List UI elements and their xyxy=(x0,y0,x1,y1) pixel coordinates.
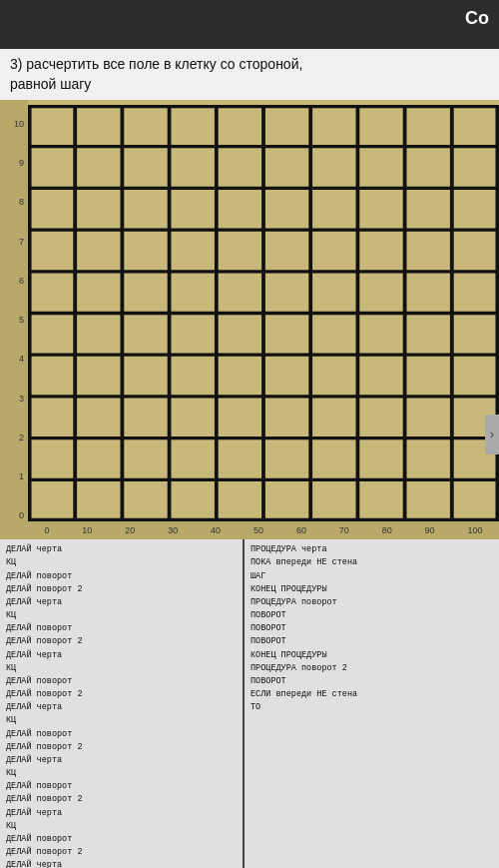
x-ruler-label: 20 xyxy=(125,525,135,535)
code-line: ПОВОРОТ xyxy=(250,622,493,635)
y-ruler-label: 9 xyxy=(19,158,26,168)
y-ruler-label: 0 xyxy=(19,510,26,520)
y-ruler-label: 1 xyxy=(19,471,26,481)
top-bar: Co xyxy=(0,0,499,49)
code-line: ДЕЛАЙ черта xyxy=(6,543,237,556)
y-ruler-label: 2 xyxy=(19,433,26,442)
code-line: ЕСЛИ впереди НЕ стена xyxy=(250,688,493,701)
y-ruler-label: 5 xyxy=(19,315,26,325)
code-line: ДЕЛАЙ поворот 2 xyxy=(6,793,237,806)
code-line: ДЕЛАЙ черта xyxy=(6,596,237,609)
code-line: ДЕЛАЙ черта xyxy=(6,754,237,767)
code-line: ДЕЛАЙ поворот 2 xyxy=(6,846,237,859)
right-arrow-button[interactable]: › xyxy=(485,415,499,454)
code-line: ПОВОРОТ xyxy=(250,609,493,622)
instruction-text: 3) расчертить все поле в клетку со сторо… xyxy=(10,56,302,92)
code-line: ДЕЛАЙ поворот xyxy=(6,780,237,793)
grid-svg xyxy=(28,105,499,521)
code-area: ДЕЛАЙ чертаКЦДЕЛАЙ поворотДЕЛАЙ поворот … xyxy=(0,539,499,868)
y-ruler-label: 10 xyxy=(14,119,26,129)
grid-area: 109876543210 0102030405060708090100 xyxy=(0,100,499,539)
code-line: ДЕЛАЙ поворот 2 xyxy=(6,583,237,596)
code-line: ТО xyxy=(250,701,493,714)
code-line: ПОВОРОТ xyxy=(250,635,493,648)
y-ruler-label: 6 xyxy=(19,276,26,286)
code-line: ПРОЦЕДУРА поворот 2 xyxy=(250,662,493,675)
y-ruler: 109876543210 xyxy=(0,100,28,539)
y-ruler-label: 7 xyxy=(19,237,26,247)
code-line: ШАГ xyxy=(250,570,493,583)
x-ruler-label: 10 xyxy=(82,525,92,535)
x-ruler-label: 90 xyxy=(425,525,435,535)
grid-container xyxy=(28,105,499,521)
code-line: ДЕЛАЙ поворот 2 xyxy=(6,741,237,754)
x-ruler-label: 70 xyxy=(339,525,349,535)
code-line: ДЕЛАЙ поворот xyxy=(6,728,237,741)
code-line: ПОКА впереди НЕ стена xyxy=(250,556,493,569)
code-line: КЦ xyxy=(6,609,237,622)
code-line: ПРОЦЕДУРА поворот xyxy=(250,596,493,609)
code-line: КЦ xyxy=(6,767,237,780)
code-line: ДЕЛАЙ черта xyxy=(6,807,237,820)
x-ruler-label: 30 xyxy=(168,525,178,535)
instruction-area: 3) расчертить все поле в клетку со сторо… xyxy=(0,49,499,100)
x-ruler-label: 0 xyxy=(44,525,49,535)
x-ruler-label: 40 xyxy=(211,525,221,535)
code-line: КЦ xyxy=(6,556,237,569)
x-ruler: 0102030405060708090100 xyxy=(28,521,499,539)
code-line: ДЕЛАЙ поворот xyxy=(6,622,237,635)
code-line: КЦ xyxy=(6,714,237,727)
code-line: КЦ xyxy=(6,820,237,833)
code-line: ДЕЛАЙ поворот xyxy=(6,675,237,688)
y-ruler-label: 3 xyxy=(19,394,26,404)
x-ruler-label: 100 xyxy=(468,525,483,535)
code-line: ДЕЛАЙ поворот 2 xyxy=(6,688,237,701)
code-line: ДЕЛАЙ поворот xyxy=(6,833,237,846)
code-line: ДЕЛАЙ поворот xyxy=(6,570,237,583)
code-line: ДЕЛАЙ поворот 2 xyxy=(6,635,237,648)
code-line: КОНЕЦ ПРОЦЕДУРЫ xyxy=(250,583,493,596)
y-ruler-label: 4 xyxy=(19,354,26,364)
x-ruler-label: 60 xyxy=(296,525,306,535)
code-line: ДЕЛАЙ черта xyxy=(6,859,237,868)
code-line: ПРОЦЕДУРА черта xyxy=(250,543,493,556)
x-ruler-label: 80 xyxy=(382,525,392,535)
code-line: ДЕЛАЙ черта xyxy=(6,701,237,714)
code-line: ДЕЛАЙ черта xyxy=(6,649,237,662)
code-line: КОНЕЦ ПРОЦЕДУРЫ xyxy=(250,649,493,662)
code-left: ДЕЛАЙ чертаКЦДЕЛАЙ поворотДЕЛАЙ поворот … xyxy=(0,539,245,868)
y-ruler-label: 8 xyxy=(19,197,26,207)
code-line: КЦ xyxy=(6,662,237,675)
code-line: ПОВОРОТ xyxy=(250,675,493,688)
code-right: ПРОЦЕДУРА чертаПОКА впереди НЕ стенаШАГК… xyxy=(245,539,499,868)
top-bar-label: Co xyxy=(465,8,489,29)
x-ruler-label: 50 xyxy=(253,525,263,535)
